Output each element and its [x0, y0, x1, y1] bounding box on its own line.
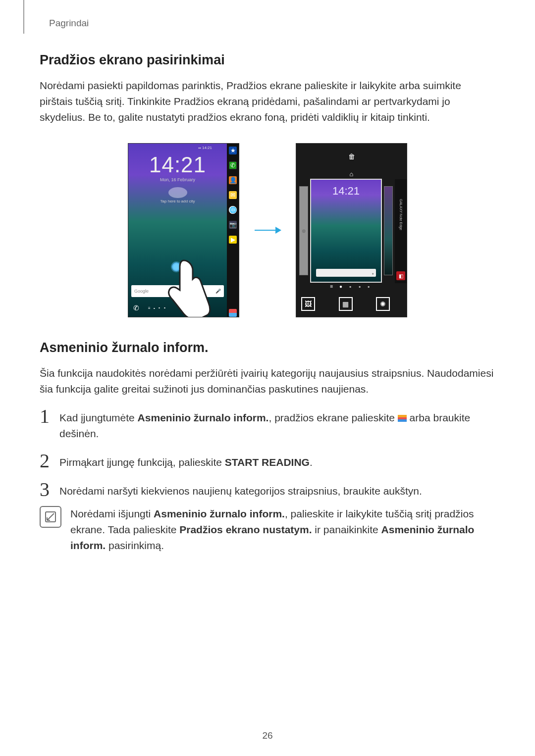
step2-bold: START READING [225, 456, 310, 468]
step-2-text: Pirmąkart įjungę funkciją, palieskite ST… [59, 453, 495, 470]
globe-icon[interactable]: 🌐 [229, 206, 237, 214]
mini-search-bar [316, 269, 376, 277]
phone-mock-edit: 🗑 ⌂ ⊕ 14:21 ⬥ GALAXY Note Edge ◧ ≡ ● ∘ ∘… [296, 143, 407, 317]
contact-icon[interactable]: 👤 [229, 176, 237, 184]
apps-grid-icon[interactable] [229, 309, 237, 317]
note-text: Norėdami išjungti Asmeninio žurnalo info… [70, 506, 495, 554]
note-a: Norėdami išjungti [70, 508, 154, 519]
step-2: 2 Pirmąkart įjungę funkciją, palieskite … [40, 453, 495, 470]
note-b: Asmeninio žurnalo inform. [154, 508, 285, 519]
edit-actions: 🖼 ▦ ✺ [301, 297, 390, 311]
phone-mock-home: •• 14:21 14:21 Mon, 16 February Tap here… [128, 143, 239, 317]
panel-carousel: ⊕ 14:21 ⬥ [299, 179, 393, 282]
plus-panel-icon[interactable]: ⊕ [299, 186, 308, 275]
step2-part-c: . [310, 456, 313, 468]
mini-clock: 14:21 [311, 185, 381, 198]
step-1: 1 Kad įjungtumėte Asmeninio žurnalo info… [40, 408, 495, 442]
note-icon [40, 506, 61, 528]
home-icon[interactable]: ⌂ [350, 170, 354, 178]
date-label: Mon, 16 February [128, 177, 227, 182]
page-number: 26 [0, 730, 535, 741]
edge-panel-label-strip: GALAXY Note Edge [395, 179, 407, 283]
step-number-2: 2 [40, 453, 59, 469]
trash-icon[interactable]: 🗑 [348, 152, 355, 160]
section1-paragraph: Norėdami pasiekti papildomas parinktis, … [40, 78, 495, 125]
wallpaper-icon[interactable]: 🖼 [301, 297, 315, 311]
star-icon[interactable]: ★ [229, 147, 237, 154]
page-content: Pradžios ekrano pasirinkimai Norėdami pa… [40, 52, 495, 554]
step2-part-a: Pirmąkart įjungę funkciją, palieskite [59, 456, 225, 468]
step-number-3: 3 [40, 481, 59, 498]
page-dots: ≡ ● ∘ ∘ ∘ [296, 284, 407, 289]
microphone-icon: 🎤 [215, 289, 221, 294]
phone-dock-icon[interactable]: ✆ [133, 304, 139, 312]
note-g: pasirinkimą. [106, 540, 164, 551]
note-d: Pradžios ekrano nustatym. [179, 524, 312, 535]
step-3-text: Norėdami naršyti kiekvienos naujienų kat… [59, 481, 495, 499]
step1-part-c: , pradžios ekrane palieskite [268, 412, 397, 423]
panel-preview-next[interactable] [384, 186, 393, 275]
note-box: Norėdami išjungti Asmeninio žurnalo info… [40, 506, 495, 554]
edge-label-text: GALAXY Note Edge [399, 199, 403, 230]
section1-title: Pradžios ekrano pasirinkimai [40, 52, 495, 68]
step1-part-a: Kad įjungtumėte [59, 412, 138, 423]
figure-row: •• 14:21 14:21 Mon, 16 February Tap here… [40, 143, 495, 317]
settings-gear-icon[interactable]: ✺ [376, 297, 390, 311]
status-bar: •• 14:21 [198, 146, 212, 150]
header-section-label: Pagrindai [49, 18, 89, 29]
widgets-icon[interactable]: ▦ [339, 297, 353, 311]
weather-hint: Tap here to add city [160, 199, 195, 203]
section2-paragraph: Šia funkcija naudokitės norėdami peržiūr… [40, 365, 495, 397]
page-margin-line [23, 0, 24, 34]
camera-icon[interactable]: 📷 [229, 221, 237, 229]
edit-screen-bg: 🗑 ⌂ ⊕ 14:21 ⬥ GALAXY Note Edge ◧ ≡ ● ∘ ∘… [296, 144, 407, 317]
phone-icon[interactable]: ✆ [229, 161, 237, 169]
step-number-1: 1 [40, 408, 59, 425]
step1-bold: Asmeninio žurnalo inform. [138, 412, 269, 423]
mini-mic-icon: ⬥ [372, 271, 374, 276]
clock-widget: 14:21 [128, 152, 227, 177]
edge-panel-icon[interactable]: ◧ [396, 271, 405, 280]
panel-preview-main[interactable]: 14:21 ⬥ [310, 179, 382, 283]
section2: Asmeninio žurnalo inform. Šia funkcija n… [40, 340, 495, 554]
home-screen-bg: •• 14:21 14:21 Mon, 16 February Tap here… [128, 144, 227, 317]
arrow-right-icon [253, 230, 282, 231]
step-1-text: Kad įjungtumėte Asmeninio žurnalo inform… [59, 408, 495, 442]
feed-stripes-icon [398, 415, 407, 422]
edge-panel: ★ ✆ 👤 ✉ 🌐 📷 ▶ [227, 144, 239, 317]
play-store-icon[interactable]: ▶ [229, 236, 237, 244]
weather-icon [168, 187, 187, 198]
section2-title: Asmeninio žurnalo inform. [40, 340, 495, 355]
message-icon[interactable]: ✉ [229, 191, 237, 199]
search-placeholder: Google [134, 289, 149, 294]
step-3: 3 Norėdami naršyti kiekvienos naujienų k… [40, 481, 495, 499]
hand-gesture-icon [155, 255, 214, 317]
note-e: ir panaikinkite [312, 524, 381, 535]
